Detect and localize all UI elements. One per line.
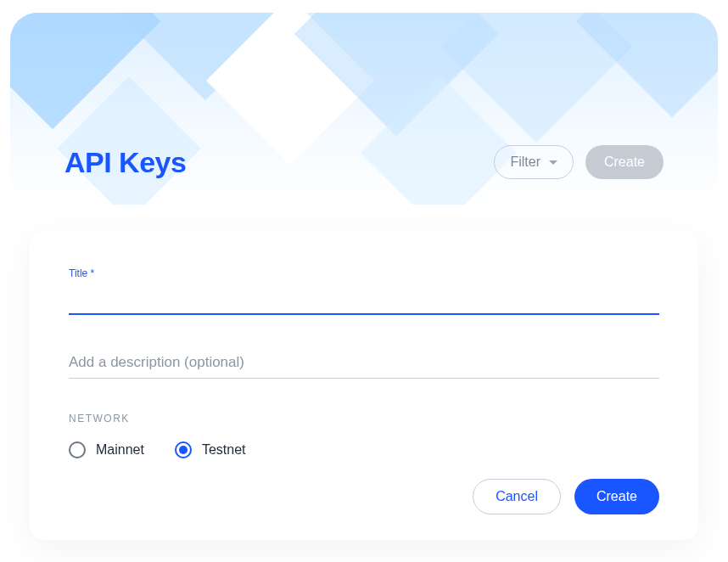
create-button[interactable]: Create: [574, 479, 659, 514]
description-input[interactable]: [69, 349, 659, 379]
network-radio-group: Mainnet Testnet: [69, 441, 659, 458]
filter-button[interactable]: Filter: [494, 145, 574, 179]
create-button-header[interactable]: Create: [585, 145, 664, 179]
filter-label: Filter: [510, 155, 540, 170]
network-radio-mainnet[interactable]: Mainnet: [69, 441, 144, 458]
hero-banner: API Keys Filter Create: [10, 13, 718, 205]
radio-label-testnet: Testnet: [202, 442, 246, 458]
radio-dot-icon: [179, 446, 188, 454]
title-input[interactable]: [69, 284, 659, 315]
title-field-group: Title *: [69, 267, 659, 315]
radio-icon-checked: [175, 441, 192, 458]
create-api-key-card: Title * NETWORK Mainnet Testnet Cancel C…: [30, 232, 698, 540]
network-section: NETWORK Mainnet Testnet: [69, 413, 659, 458]
radio-label-mainnet: Mainnet: [96, 442, 144, 458]
cancel-button[interactable]: Cancel: [473, 479, 561, 514]
chevron-down-icon: [549, 160, 557, 165]
form-actions: Cancel Create: [69, 479, 659, 514]
radio-icon: [69, 441, 86, 458]
page-title: API Keys: [64, 146, 186, 179]
network-radio-testnet[interactable]: Testnet: [175, 441, 246, 458]
title-label: Title *: [69, 267, 659, 279]
hero-actions: Filter Create: [494, 145, 664, 179]
network-section-label: NETWORK: [69, 413, 659, 424]
description-field-group: [69, 349, 659, 379]
